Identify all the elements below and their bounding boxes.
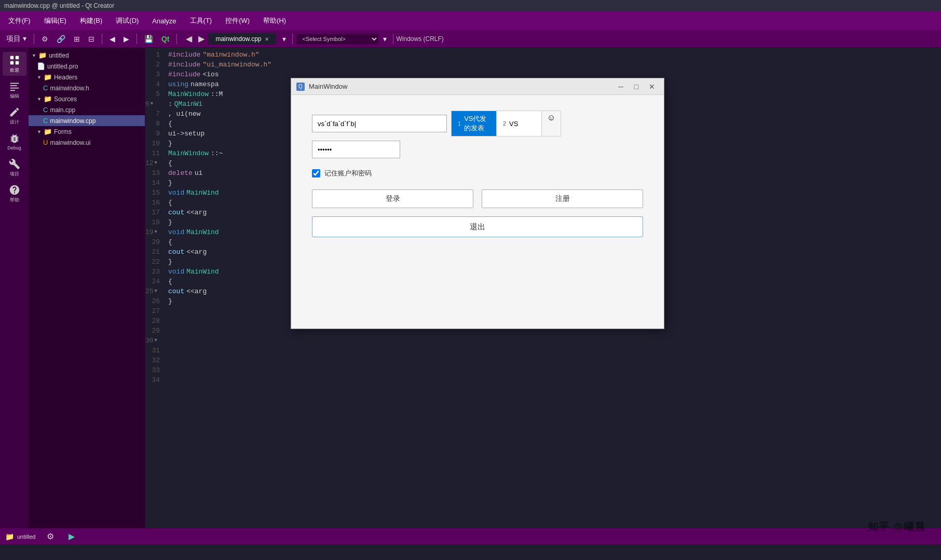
- status-project-label: untitled: [17, 534, 35, 540]
- toolbar-dropdown-btn[interactable]: ▾: [279, 33, 289, 45]
- tree-item-mainwindow-cpp[interactable]: C mainwindow.cpp: [29, 115, 145, 126]
- toolbar-project-dropdown[interactable]: 项目 ▾: [3, 33, 30, 45]
- toolbar-save[interactable]: 💾: [141, 33, 156, 45]
- sidebar-item-help[interactable]: 帮助: [3, 182, 26, 206]
- toolbar-divider-2: [102, 34, 102, 44]
- sidebar-item-debug[interactable]: Debug: [3, 130, 26, 154]
- sidebar-item-design[interactable]: 设计: [3, 104, 26, 128]
- username-input[interactable]: [312, 115, 447, 132]
- mainwindow-dialog: Q MainWindow ─ □ ✕ 1 VS代发的发表 2 VS: [291, 78, 664, 329]
- tab-filename: mainwindow.cpp: [215, 35, 261, 43]
- dialog-titlebar: Q MainWindow ─ □ ✕: [291, 78, 664, 95]
- login-register-row: 登录 注册: [312, 189, 643, 208]
- dialog-minimize-btn[interactable]: ─: [614, 81, 628, 92]
- tree-item-mainwindow-h[interactable]: C mainwindow.h: [29, 83, 145, 93]
- title-text: mainwindow.cpp @ untitled - Qt Creator: [4, 2, 114, 9]
- tree-item-mainwindow-ui[interactable]: U mainwindow.ui: [29, 137, 145, 148]
- status-build-btn[interactable]: ⚙: [44, 530, 57, 543]
- tree-item-untitled-pro[interactable]: 📄 untitled.pro: [29, 61, 145, 72]
- line-ending-label: Windows (CRLF): [397, 35, 444, 43]
- title-bar: mainwindow.cpp @ untitled - Qt Creator: [0, 0, 941, 11]
- tree-item-main-cpp[interactable]: C main.cpp: [29, 104, 145, 115]
- symbol-dropdown-btn[interactable]: ▾: [380, 33, 390, 45]
- toolbar-nav-prev[interactable]: ◀: [106, 33, 118, 45]
- password-row: [312, 141, 643, 158]
- autocomplete-label-1: VS代发的发表: [464, 114, 490, 133]
- dialog-close-btn[interactable]: ✕: [645, 81, 659, 92]
- autocomplete-option-1[interactable]: 1 VS代发的发表: [452, 111, 496, 136]
- menu-controls[interactable]: 控件(W): [219, 14, 256, 28]
- sidebar-item-project[interactable]: 项目: [3, 156, 26, 180]
- autocomplete-controls: 1 VS代发的发表 2 VS ☺: [451, 111, 561, 136]
- svg-rect-4: [10, 83, 19, 84]
- dialog-content: 1 VS代发的发表 2 VS ☺ 记住账户和密码 登录 注册: [291, 95, 664, 329]
- sidebar-label-help: 帮助: [10, 197, 19, 203]
- tab-mainwindow-cpp[interactable]: mainwindow.cpp ✕: [208, 33, 276, 45]
- toolbar-link[interactable]: 🔗: [53, 33, 69, 45]
- tree-arrow-headers: ▼: [37, 75, 42, 80]
- menu-build[interactable]: 构建(B): [74, 14, 108, 28]
- sidebar-label-edit: 编辑: [10, 93, 19, 100]
- remember-checkbox[interactable]: [312, 169, 320, 177]
- svg-rect-3: [15, 61, 18, 64]
- tab-bar: ◀ ▶ mainwindow.cpp ✕ ▾ <Select Symbol> ▾…: [183, 31, 938, 47]
- menu-help[interactable]: 帮助(H): [257, 14, 292, 28]
- watermark: 知乎 @曦晨: [868, 520, 925, 534]
- sidebar-icons: 欢迎 编辑 设计 Debug 项目 帮助: [0, 48, 29, 528]
- menu-tools[interactable]: 工具(T): [184, 14, 219, 28]
- register-button[interactable]: 注册: [482, 189, 643, 208]
- sidebar-item-edit[interactable]: 编辑: [3, 78, 26, 102]
- autocomplete-num-2: 2: [503, 120, 506, 127]
- dialog-title: Q MainWindow: [296, 83, 347, 91]
- username-row: 1 VS代发的发表 2 VS ☺: [312, 111, 643, 136]
- autocomplete-option-2[interactable]: 2 VS: [497, 111, 541, 136]
- line-numbers: 1 2 3 4 5 6 ▼ 7 8 9 10 11 12 ▼ 13 14 15 …: [145, 50, 166, 385]
- toolbar-collapse[interactable]: ⊟: [85, 33, 98, 45]
- watermark-text: 知乎 @曦晨: [868, 521, 925, 532]
- menu-edit[interactable]: 编辑(E): [38, 14, 73, 28]
- svg-rect-6: [10, 87, 19, 88]
- toolbar-divider-3: [137, 34, 137, 44]
- sidebar-label-debug: Debug: [7, 145, 21, 151]
- autocomplete-smiley-btn[interactable]: ☺: [542, 111, 561, 136]
- file-icon-ui: U: [43, 139, 48, 146]
- sidebar-item-welcome[interactable]: 欢迎: [3, 52, 26, 76]
- password-input[interactable]: [312, 141, 400, 158]
- status-project-section: 📁 untitled: [5, 532, 35, 541]
- svg-rect-1: [15, 56, 18, 59]
- file-icon-main-cpp: C: [43, 106, 48, 114]
- tree-item-sources[interactable]: ▼ 📁 Sources: [29, 93, 145, 104]
- dialog-maximize-btn[interactable]: □: [630, 81, 643, 92]
- toolbar-divider-5: [292, 34, 293, 44]
- status-run-btn[interactable]: ▶: [65, 530, 78, 543]
- menu-file[interactable]: 文件(F): [2, 14, 37, 28]
- tree-item-forms[interactable]: ▼ 📁 Forms: [29, 126, 145, 137]
- tree-arrow-sources: ▼: [37, 97, 42, 102]
- folder-icon-forms: 📁: [44, 128, 52, 135]
- menu-analyze[interactable]: Analyze: [146, 15, 182, 27]
- toolbar-divider-1: [34, 34, 34, 44]
- tree-item-headers[interactable]: ▼ 📁 Headers: [29, 72, 145, 83]
- tab-close-icon[interactable]: ✕: [265, 36, 269, 42]
- login-button[interactable]: 登录: [312, 189, 473, 208]
- menu-debug[interactable]: 调试(D): [110, 14, 145, 28]
- autocomplete-label-2: VS: [509, 120, 518, 128]
- exit-button[interactable]: 退出: [312, 216, 643, 237]
- sidebar-label-design: 设计: [10, 119, 19, 126]
- toolbar-expand[interactable]: ⊞: [71, 33, 83, 45]
- menu-bar: 文件(F) 编辑(E) 构建(B) 调试(D) Analyze 工具(T) 控件…: [0, 11, 941, 30]
- toolbar-filter[interactable]: ⚙: [38, 33, 51, 45]
- tree-arrow-forms: ▼: [37, 129, 42, 134]
- tab-next-btn[interactable]: ▶: [196, 33, 207, 45]
- dialog-controls: ─ □ ✕: [614, 81, 659, 92]
- folder-icon-headers: 📁: [44, 73, 52, 81]
- symbol-select[interactable]: <Select Symbol>: [296, 33, 379, 45]
- tree-item-untitled[interactable]: ▼ 📁 untitled: [29, 50, 145, 61]
- status-folder-icon: 📁: [5, 532, 14, 541]
- remember-row: 记住账户和密码: [312, 169, 643, 178]
- file-icon-h: C: [43, 84, 48, 92]
- toolbar-nav-next[interactable]: ▶: [120, 33, 132, 45]
- tab-prev-btn[interactable]: ◀: [183, 33, 195, 45]
- toolbar-divider-4: [176, 34, 177, 44]
- toolbar-qt-icon[interactable]: Qt: [158, 33, 173, 45]
